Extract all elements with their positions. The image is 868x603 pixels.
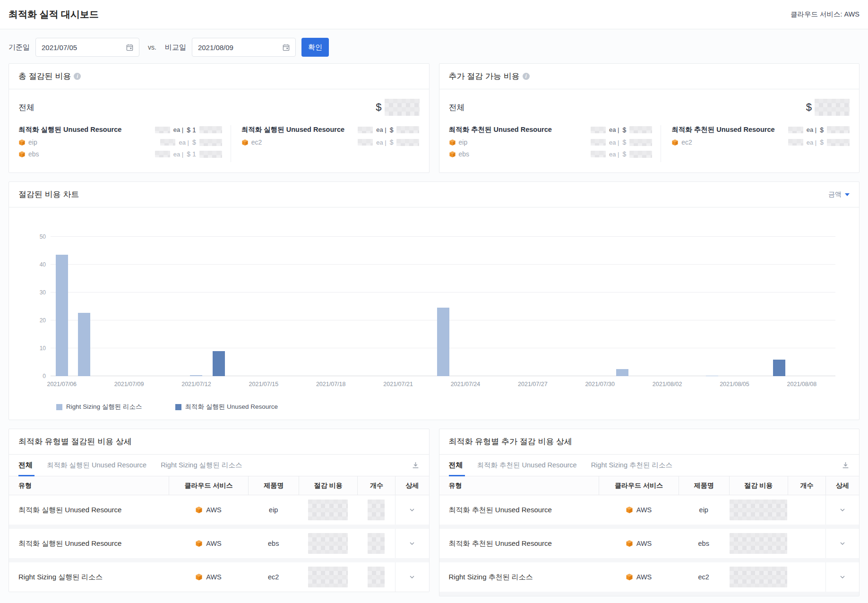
chart-bar (437, 308, 449, 376)
col-count: 개수 (357, 476, 395, 495)
summary-group: 최적화 실행된 Unused Resource ea |$ 1 eip ea |… (18, 125, 231, 162)
product-item: ebs (18, 150, 39, 158)
aws-cube-icon (626, 573, 633, 581)
chart-bar (213, 351, 225, 376)
redacted-amount (827, 126, 850, 133)
chart-bar (773, 360, 785, 376)
redacted-amount (629, 151, 652, 158)
amount-prefix: $ 1 (187, 150, 196, 158)
redacted-count (788, 139, 803, 146)
expand-row-button[interactable] (395, 495, 429, 525)
redacted-cost (308, 567, 348, 587)
unit-suffix: ea | (807, 126, 816, 133)
x-axis-label: 2021/07/21 (383, 381, 413, 388)
row-product: ec2 (248, 562, 299, 592)
col-type: 유형 (439, 476, 599, 495)
expand-row-button[interactable] (825, 562, 859, 592)
download-icon[interactable] (842, 461, 850, 469)
additional-savings-detail-table: 최적화 유형별 추가 절감 비용 상세 전체 최적화 추천된 Unused Re… (439, 429, 860, 596)
aws-cube-icon (195, 573, 203, 581)
table-row: 최적화 실행된 Unused Resource AWS eip (9, 495, 429, 525)
unit-suffix: ea | (807, 139, 816, 146)
product-item: eip (18, 138, 37, 146)
unit-suffix: ea | (376, 126, 386, 133)
table-title: 최적화 유형별 추가 절감 비용 상세 (449, 436, 573, 447)
col-cost: 절감 비용 (729, 476, 788, 495)
info-icon[interactable]: i (74, 73, 81, 80)
compare-date-label: 비교일 (165, 43, 186, 52)
redacted-amount (396, 139, 419, 146)
group-name: 최적화 추천된 Unused Resource (449, 125, 552, 134)
x-axis-label: 2021/07/06 (47, 381, 77, 388)
chevron-down-icon (408, 573, 416, 581)
table-header-row: 유형 클라우드 서비스 제품명 절감 비용 개수 상세 (9, 476, 429, 495)
total-amount: $ (376, 99, 419, 116)
tab-unused-resource[interactable]: 최적화 실행된 Unused Resource (47, 455, 146, 476)
redacted-amount (629, 126, 652, 133)
y-axis-label: 50 (28, 233, 46, 240)
legend-swatch-icon (175, 404, 181, 410)
redacted-count (155, 151, 170, 157)
table-row: 최적화 실행된 Unused Resource AWS ebs (9, 529, 429, 558)
base-date-value: 2021/07/05 (42, 43, 77, 52)
expand-row-button[interactable] (395, 529, 429, 558)
summary-group: 최적화 실행된 Unused Resource ea |$ ec2 ea |$ (231, 125, 420, 162)
confirm-button[interactable]: 확인 (301, 38, 329, 57)
tab-right-sizing[interactable]: Right Sizing 실행된 리소스 (161, 455, 242, 476)
unit-suffix: ea | (173, 126, 183, 133)
table-row: Right Sizing 추천된 리소스 AWS ec2 (439, 562, 859, 592)
row-type: 최적화 추천된 Unused Resource (439, 495, 599, 525)
top-header: 최적화 실적 대시보드 클라우드 서비스: AWS (0, 0, 868, 29)
col-cloud: 클라우드 서비스 (599, 476, 679, 495)
legend-item-unused-resource: 최적화 실행된 Unused Resource (175, 403, 278, 411)
x-axis-label: 2021/08/02 (653, 381, 682, 388)
base-date-input[interactable]: 2021/07/05 (35, 38, 139, 57)
tab-unused-resource[interactable]: 최적화 추천된 Unused Resource (477, 455, 577, 476)
group-name: 최적화 실행된 Unused Resource (18, 125, 121, 134)
redacted-count (368, 533, 385, 554)
expand-row-button[interactable] (395, 562, 429, 592)
active-tab-underline (449, 475, 465, 476)
redacted-count (358, 139, 373, 146)
amount-prefix: $ (192, 138, 196, 146)
tab-right-sizing[interactable]: Right Sizing 추천된 리소스 (591, 455, 672, 476)
saved-cost-detail-table: 최적화 유형별 절감된 비용 상세 전체 최적화 실행된 Unused Reso… (9, 429, 430, 592)
x-axis-label: 2021/07/09 (114, 381, 144, 388)
redacted-count (591, 151, 606, 157)
tab-all[interactable]: 전체 (449, 455, 463, 476)
chart-bar (190, 375, 202, 376)
unit-suffix: ea | (609, 126, 619, 133)
table-header-row: 유형 클라우드 서비스 제품명 절감 비용 개수 상세 (439, 476, 859, 495)
redacted-count (155, 127, 170, 133)
tab-all[interactable]: 전체 (18, 455, 33, 476)
chevron-down-icon (839, 573, 846, 581)
aws-cube-icon (241, 139, 249, 146)
chart-title: 절감된 비용 차트 (18, 189, 79, 200)
col-count: 개수 (788, 476, 825, 495)
expand-row-button[interactable] (825, 495, 859, 525)
cloud-service-value: AWS (626, 540, 652, 547)
unit-suffix: ea | (376, 139, 386, 146)
compare-date-value: 2021/08/09 (198, 43, 233, 52)
col-detail: 상세 (825, 476, 859, 495)
total-label: 전체 (18, 102, 34, 113)
dashboard-page: 최적화 실적 대시보드 클라우드 서비스: AWS 기준일 2021/07/05… (0, 0, 868, 603)
product-item: ebs (449, 150, 470, 158)
cloud-service-value: AWS (195, 540, 222, 547)
amount-prefix: $ (622, 138, 626, 146)
expand-row-button[interactable] (825, 529, 859, 558)
amount-prefix: $ (820, 138, 824, 146)
unit-suffix: ea | (609, 151, 619, 158)
x-axis-label: 2021/07/12 (181, 381, 211, 388)
card-title: 총 절감된 비용i (18, 71, 81, 82)
redacted-amount (199, 151, 222, 158)
redacted-cost (308, 500, 348, 520)
row-separator (439, 592, 859, 596)
row-product: ebs (679, 529, 729, 558)
info-icon[interactable]: i (523, 73, 530, 80)
savings-chart-card: 절감된 비용 차트 금액 01020304050 2021/07/062021/… (9, 181, 859, 420)
download-icon[interactable] (412, 461, 420, 469)
unit-dropdown[interactable]: 금액 (828, 190, 850, 199)
caret-down-icon (845, 193, 850, 196)
compare-date-input[interactable]: 2021/08/09 (192, 38, 296, 57)
